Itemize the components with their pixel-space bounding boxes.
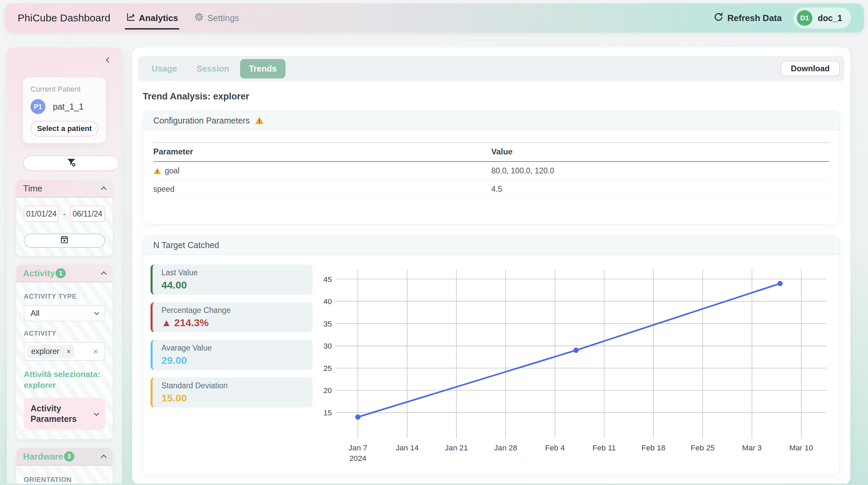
chip-remove-icon[interactable]: × — [63, 347, 74, 356]
stat-average-value: Avarage Value 29.00 — [151, 340, 313, 370]
stat-percentage-change: Percentage Change ▲ 214.3% — [151, 302, 313, 332]
svg-text:Jan 7: Jan 7 — [349, 443, 367, 452]
selected-note-line1: Attività selezionata: — [24, 370, 100, 379]
top-bar-right: Refresh Data D1 doc_1 — [714, 7, 851, 29]
up-triangle-icon: ▲ — [161, 317, 172, 329]
column-value: Value — [491, 143, 829, 162]
date-to-input[interactable] — [70, 206, 105, 222]
user-name: doc_1 — [818, 13, 842, 23]
refresh-icon — [714, 12, 723, 24]
svg-text:30: 30 — [323, 341, 332, 350]
hardware-section-body: ORIENTATION sagittal × × JOINT 1 — [16, 466, 113, 484]
sidebar-collapse-button[interactable] — [104, 55, 114, 65]
stat-last-value: Last Value 44.00 — [151, 264, 313, 295]
download-button[interactable]: Download — [781, 61, 840, 76]
activity-type-label: ACTIVITY TYPE — [24, 293, 105, 300]
activity-parameters-button[interactable]: Activity Parameters — [24, 398, 105, 430]
warning-icon — [153, 167, 161, 175]
refresh-data-button[interactable]: Refresh Data — [714, 12, 782, 24]
chart-panel-header: N Target Catched — [143, 236, 840, 255]
page-title: Trend Analysis: explorer — [143, 91, 840, 102]
n-target-catched-panel: N Target Catched Last Value 44.00 Percen… — [143, 235, 840, 475]
stats-column: Last Value 44.00 Percentage Change ▲ 214… — [151, 264, 313, 464]
date-range-row: - — [24, 206, 105, 222]
line-chart-svg: 15202530354045Jan 72024Jan 14Jan 21Jan 2… — [322, 264, 832, 464]
patient-avatar: P1 — [31, 99, 45, 114]
main-panel: Usage Session Trends Download Trend Anal… — [132, 48, 850, 484]
activity-section-header[interactable]: Activity1 — [16, 265, 113, 282]
activity-chip-label: explorer — [31, 347, 59, 356]
activity-section-body: ACTIVITY TYPE All ACTIVITY explorer × × … — [16, 282, 113, 439]
configuration-parameters-panel: Configuration Parameters Parameter Value — [143, 111, 840, 224]
main-nav: Analytics Settings — [125, 6, 240, 30]
svg-text:Jan 28: Jan 28 — [494, 443, 517, 452]
multiselect-clear-icon[interactable]: × — [92, 346, 100, 357]
svg-text:20: 20 — [323, 386, 332, 395]
selected-note-line2: explorer — [24, 380, 56, 390]
tab-usage[interactable]: Usage — [143, 59, 186, 78]
time-section-body: - — [16, 198, 113, 256]
activity-chip: explorer × — [27, 345, 74, 358]
param-name: speed — [153, 180, 491, 199]
svg-text:40: 40 — [323, 297, 332, 306]
chart-panel-title: N Target Catched — [153, 240, 219, 250]
chevron-up-icon — [101, 187, 107, 192]
time-section: Time - — [16, 180, 113, 256]
param-name: goal — [165, 166, 179, 175]
calendar-x-icon — [60, 235, 69, 246]
activity-count-badge: 1 — [56, 268, 66, 278]
clear-date-button[interactable] — [24, 234, 105, 248]
tab-trends[interactable]: Trends — [240, 59, 285, 78]
hardware-count-badge: 3 — [64, 451, 74, 462]
user-chip[interactable]: D1 doc_1 — [793, 7, 851, 29]
app-title: PhiCube Dashboard — [18, 12, 111, 24]
stat-standard-deviation: Standard Deviation 15.00 — [151, 377, 313, 408]
svg-text:Feb 18: Feb 18 — [642, 443, 666, 452]
current-patient-card: Current Patient P1 pat_1_1 Select a pati… — [23, 77, 106, 143]
activity-multiselect[interactable]: explorer × × — [24, 342, 105, 361]
tab-session[interactable]: Session — [188, 59, 238, 78]
stat-value: 15.00 — [161, 392, 304, 404]
date-separator: - — [62, 209, 66, 219]
select-patient-button[interactable]: Select a patient — [31, 121, 98, 136]
time-section-header[interactable]: Time — [16, 180, 113, 198]
orientation-label: ORIENTATION — [24, 476, 105, 484]
nav-settings[interactable]: Settings — [194, 6, 240, 30]
activity-type-value: All — [31, 309, 40, 318]
chart-panel-body: Last Value 44.00 Percentage Change ▲ 214… — [143, 255, 840, 474]
svg-text:25: 25 — [323, 364, 332, 373]
svg-text:Feb 11: Feb 11 — [592, 443, 616, 452]
svg-text:35: 35 — [323, 319, 332, 328]
param-value: 4.5 — [491, 180, 829, 199]
activity-parameters-label: Activity Parameters — [31, 403, 88, 425]
hardware-section-header[interactable]: Hardware3 — [16, 448, 113, 466]
current-patient-row: P1 pat_1_1 — [31, 99, 98, 114]
filter-clear-icon — [66, 157, 76, 169]
nav-analytics-label: Analytics — [139, 13, 178, 23]
chevron-down-icon — [94, 310, 99, 315]
chevron-left-icon — [106, 57, 112, 63]
activity-type-select[interactable]: All — [24, 305, 105, 321]
content-area: Current Patient P1 pat_1_1 Select a pati… — [0, 48, 868, 484]
nav-analytics[interactable]: Analytics — [125, 6, 179, 30]
activity-section: Activity1 ACTIVITY TYPE All ACTIVITY exp… — [16, 265, 113, 439]
clear-filters-button[interactable] — [23, 155, 119, 171]
svg-text:15: 15 — [323, 408, 332, 417]
date-from-input[interactable] — [24, 206, 59, 222]
parameters-table: Parameter Value goal — [153, 143, 829, 199]
svg-text:45: 45 — [323, 275, 332, 284]
svg-text:Feb 25: Feb 25 — [691, 443, 715, 452]
svg-text:Mar 10: Mar 10 — [789, 443, 813, 452]
stat-label: Last Value — [161, 268, 304, 277]
nav-settings-label: Settings — [207, 13, 239, 23]
configuration-parameters-title: Configuration Parameters — [153, 116, 250, 126]
chevron-up-icon — [101, 455, 107, 461]
param-value: 80.0, 100.0, 120.0 — [491, 162, 829, 180]
patient-name: pat_1_1 — [53, 102, 83, 112]
chevron-up-icon — [101, 272, 107, 277]
trend-line-chart: 15202530354045Jan 72024Jan 14Jan 21Jan 2… — [322, 264, 832, 464]
stat-label: Standard Deviation — [161, 381, 304, 390]
top-bar: PhiCube Dashboard Analytics Settings Ref… — [5, 3, 864, 33]
gear-icon — [194, 12, 204, 24]
svg-text:Jan 14: Jan 14 — [396, 443, 419, 452]
